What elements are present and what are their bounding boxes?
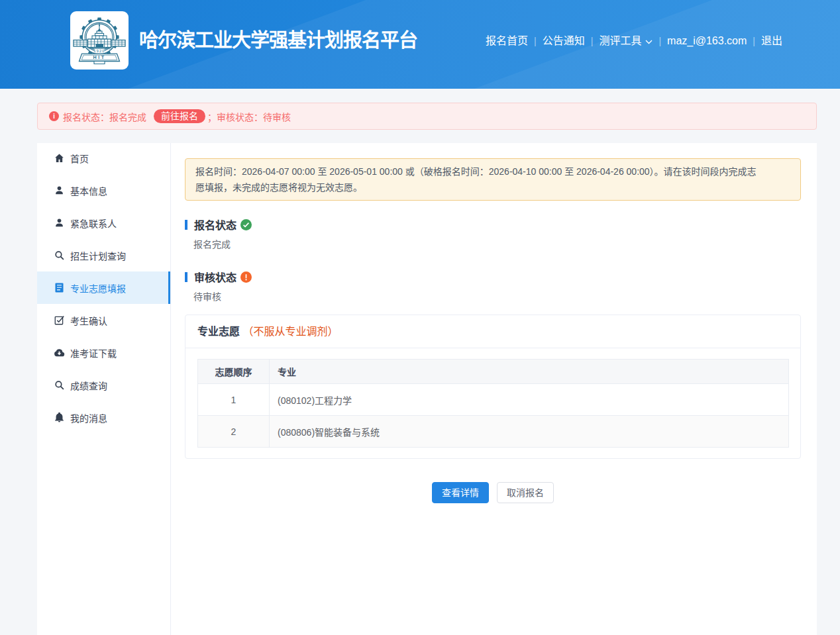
svg-text:HIT: HIT	[93, 54, 105, 60]
svg-text:1920: 1920	[94, 49, 105, 53]
